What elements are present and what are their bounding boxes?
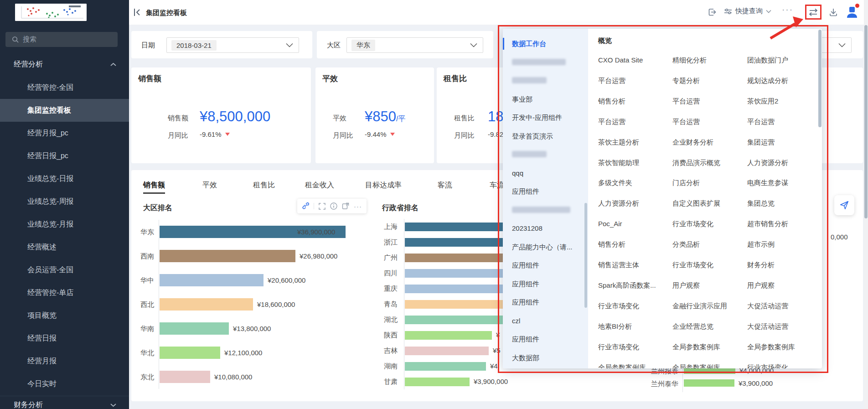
workspace-item[interactable]: 20231208	[512, 223, 542, 234]
info-icon[interactable]	[330, 202, 337, 210]
sidebar-item[interactable]: 会员运营-全国	[0, 259, 129, 281]
bar[interactable]	[405, 316, 518, 324]
swap-workspace-icon[interactable]	[808, 8, 818, 16]
dashboard-link[interactable]: 精细化分析	[672, 56, 744, 66]
page-scrollbar-thumb[interactable]	[864, 25, 868, 218]
dashboard-link[interactable]: 多级文件夹	[598, 179, 669, 189]
dashboard-link[interactable]: 电商生意参谋	[747, 179, 818, 189]
dashboard-link[interactable]: 集团运营	[747, 138, 818, 148]
sidebar-item[interactable]: 集团监控看板	[0, 99, 129, 122]
sidebar-item[interactable]: 业绩总览-日报	[0, 167, 129, 190]
popout-window-icon[interactable]	[342, 202, 349, 210]
dashboard-link[interactable]: 全局参数案例库	[747, 343, 818, 353]
dashboard-link[interactable]: 茶饮主题分析	[598, 138, 669, 148]
workspace-item-redacted[interactable]	[512, 151, 547, 157]
chart-more-icon[interactable]: ···	[354, 202, 362, 210]
dashboard-link[interactable]: 自定义图表扩展	[672, 199, 744, 209]
tab-租售比[interactable]: 租售比	[253, 178, 275, 194]
bar[interactable]	[160, 274, 264, 286]
collapse-sidebar-icon[interactable]	[133, 8, 141, 19]
dashboard-link[interactable]: 行业市场变化	[747, 363, 818, 368]
workspace-item[interactable]: 应用组件	[512, 186, 539, 197]
workspace-item[interactable]: 应用组件	[512, 334, 539, 345]
dashboard-link[interactable]: 门店分析	[672, 179, 744, 189]
bar[interactable]	[160, 322, 229, 335]
dashboard-grid-scrollbar[interactable]	[818, 30, 822, 127]
download-icon[interactable]	[828, 7, 839, 18]
dashboard-link[interactable]: 消费品演示概览	[672, 159, 744, 169]
sidebar-item[interactable]: 经营月报	[0, 350, 129, 373]
sidebar-section-finance[interactable]: 财务分析	[0, 396, 129, 409]
dashboard-link[interactable]: 大促活动运营	[747, 322, 818, 332]
workspace-item[interactable]: 大数据部	[512, 352, 539, 363]
assistant-paper-plane-button[interactable]	[834, 195, 854, 215]
sidebar-item[interactable]: 经营管控-全国	[0, 76, 129, 99]
dashboard-link[interactable]: 地素BI分析	[598, 322, 669, 332]
export-share-icon[interactable]	[707, 7, 718, 18]
dashboard-link[interactable]: 规划达成分析	[747, 77, 818, 87]
sidebar-item[interactable]: 业绩总览-周报	[0, 190, 129, 213]
sidebar-item[interactable]: 经营管控-单店	[0, 281, 129, 304]
workspace-item[interactable]: 登录首页演示	[512, 131, 553, 142]
fullscreen-icon[interactable]	[319, 203, 326, 210]
workspace-item[interactable]: 数据工作台	[512, 38, 546, 49]
workspace-item[interactable]: 应用组件	[512, 279, 539, 290]
link-icon[interactable]	[302, 202, 309, 210]
dashboard-link[interactable]: 平台运营	[672, 97, 744, 107]
bar[interactable]	[160, 250, 295, 262]
dashboard-link[interactable]: 分类品析	[672, 240, 744, 250]
dashboard-link[interactable]: 超市示例	[747, 240, 818, 250]
dashboard-link[interactable]: 行业市场变化	[672, 220, 744, 230]
dashboard-link[interactable]: 平台运营	[598, 118, 669, 128]
workspace-item-redacted[interactable]	[512, 207, 570, 213]
tab-客流[interactable]: 客流	[438, 178, 452, 194]
workspace-item[interactable]: 应用组件	[512, 260, 539, 271]
dashboard-link[interactable]: 企业经营总览	[672, 322, 744, 332]
bar[interactable]	[160, 298, 253, 311]
dashboard-link[interactable]: 茶饮应用2	[747, 97, 818, 107]
dashboard-link[interactable]: 企业财务分析	[672, 138, 744, 148]
dashboard-link[interactable]: 财务分析	[747, 261, 818, 271]
dashboard-link[interactable]: 全局参数案例库	[598, 363, 669, 368]
search-input[interactable]: 搜索	[5, 32, 118, 47]
sidebar-item[interactable]: 经营日报	[0, 327, 129, 350]
sidebar-item[interactable]: 经营概述	[0, 236, 129, 259]
dashboard-link[interactable]: CXO Data Site	[598, 56, 669, 66]
dashboard-link[interactable]: 集团总览	[747, 199, 818, 209]
filter-select[interactable]: 2018-03-21	[166, 37, 299, 53]
quick-query-button[interactable]: 快捷查询	[724, 7, 771, 16]
dashboard-link[interactable]: 全局参数案例库	[672, 363, 744, 368]
bar[interactable]	[160, 347, 220, 359]
dashboard-link[interactable]: 专题分析	[672, 77, 744, 87]
workspace-item[interactable]: czl	[512, 316, 520, 326]
workspace-item[interactable]: 产品能力中心（请...	[512, 242, 573, 253]
sidebar-item[interactable]: 经营日报_pc	[0, 145, 129, 167]
dashboard-link[interactable]: 平台运营	[598, 77, 669, 87]
dashboard-link[interactable]: 团油数据门户	[747, 56, 818, 66]
bar[interactable]	[684, 379, 734, 387]
sidebar-item[interactable]: 业绩总览-月报	[0, 213, 129, 236]
tab-平效[interactable]: 平效	[202, 178, 217, 194]
dashboard-link[interactable]: Poc_Air	[598, 220, 669, 230]
dashboard-link[interactable]: 大促活动运营	[747, 302, 818, 312]
bar[interactable]	[405, 362, 486, 371]
sidebar-item[interactable]: 经营月报_pc	[0, 122, 129, 145]
dashboard-link[interactable]: 人力资源分析	[598, 199, 669, 209]
page-scrollbar[interactable]	[864, 0, 868, 409]
dashboard-link[interactable]: 行业市场变化	[598, 343, 669, 353]
sidebar-section-operations[interactable]: 经营分析	[0, 57, 129, 72]
tab-租金收入[interactable]: 租金收入	[305, 178, 334, 194]
dashboard-link[interactable]: Spark高阶函数案...	[598, 281, 669, 291]
more-options-button[interactable]: ···	[782, 5, 793, 15]
dashboard-link[interactable]: 金融行业演示应用	[672, 302, 744, 312]
dashboard-link[interactable]: 平台运营	[672, 118, 744, 128]
tab-目标达成率[interactable]: 目标达成率	[365, 178, 402, 194]
dashboard-link[interactable]: 超市销售分析	[747, 220, 818, 230]
dashboard-link[interactable]: 销售运营主体	[598, 261, 669, 271]
workspace-item[interactable]: 开发中-应用组件	[512, 112, 562, 123]
dashboard-link[interactable]: 销售分析	[598, 97, 669, 107]
bar[interactable]	[160, 371, 210, 383]
workspace-item-redacted[interactable]	[512, 59, 566, 65]
bar[interactable]	[405, 331, 492, 340]
workspace-item[interactable]: 事业部	[512, 94, 532, 105]
